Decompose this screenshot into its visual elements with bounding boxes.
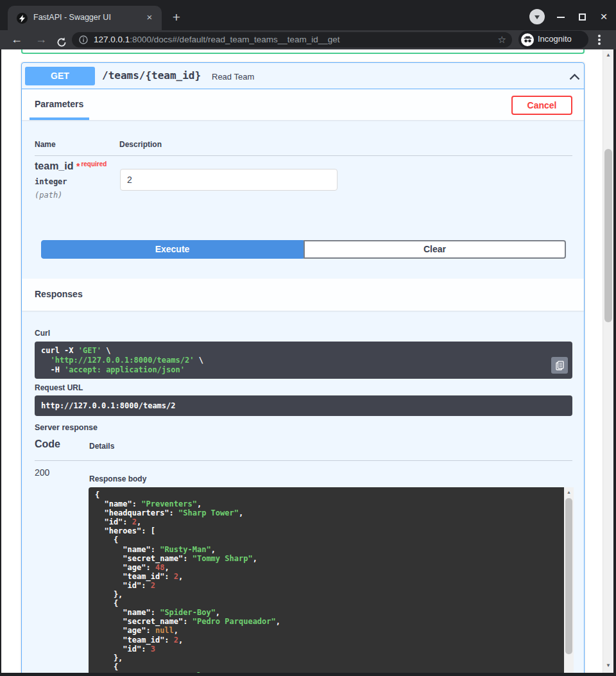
maximize-button[interactable] <box>579 13 586 21</box>
response-body-label: Response body <box>89 474 146 483</box>
minimize-button[interactable] <box>557 17 565 18</box>
execute-button[interactable]: Execute <box>41 240 304 259</box>
curl-label: Curl <box>35 329 50 338</box>
column-header-name: Name <box>35 140 56 149</box>
response-body-block: { "name": "Preventers", "headquarters": … <box>89 487 574 673</box>
response-body-scrollbar[interactable]: ▲ <box>564 487 574 673</box>
collapse-chevron-icon[interactable] <box>569 71 580 83</box>
status-code: 200 <box>35 467 49 478</box>
copy-to-clipboard-button[interactable] <box>551 357 568 374</box>
close-window-button[interactable]: × <box>597 10 611 24</box>
fastapi-favicon-icon <box>17 13 28 24</box>
browser-menu-icon[interactable] <box>598 35 601 37</box>
address-bar[interactable]: 127.0.0.1:8000/docs#/default/read_team_t… <box>72 32 512 48</box>
page-scrollbar-thumb[interactable] <box>604 149 612 322</box>
page-scrollbar[interactable]: ▲ ▼ <box>603 49 613 673</box>
table-divider <box>35 155 572 156</box>
response-body-json: { "name": "Preventers", "headquarters": … <box>89 487 564 673</box>
scroll-up-icon[interactable]: ▲ <box>564 487 574 497</box>
param-location: (path) <box>35 191 62 200</box>
column-header-description: Description <box>119 140 162 149</box>
get-endpoint-block: GET /teams/{team_id} Read Team Parameter… <box>21 62 585 673</box>
request-url-label: Request URL <box>35 383 83 392</box>
team-id-input[interactable] <box>120 169 338 191</box>
required-label: required <box>81 160 107 168</box>
browser-toolbar: ← → 127.0.0.1:8000/docs#/default/read_te… <box>0 30 616 49</box>
tab-close-icon[interactable]: × <box>144 12 155 23</box>
tab-bar: FastAPI - Swagger UI × + × <box>0 0 616 30</box>
responses-section-header: Responses <box>22 279 584 311</box>
endpoint-summary-text: Read Team <box>212 72 254 82</box>
url-host: 127.0.0.1 <box>94 35 130 44</box>
endpoint-path: /teams/{team_id} <box>102 69 201 82</box>
details-column-header: Details <box>89 442 114 451</box>
incognito-icon <box>521 33 534 46</box>
bookmark-star-icon[interactable]: ☆ <box>498 34 506 46</box>
code-column-header: Code <box>35 438 60 450</box>
previous-endpoint-block-edge <box>21 49 585 54</box>
url-path: :8000/docs#/default/read_team_teams__tea… <box>130 35 339 44</box>
active-tab-underline <box>30 117 89 120</box>
url-text: 127.0.0.1:8000/docs#/default/read_team_t… <box>94 35 340 44</box>
required-star: * <box>76 161 80 171</box>
page-scroll-down-icon[interactable]: ▼ <box>603 661 613 670</box>
server-response-label: Server response <box>35 423 98 432</box>
response-table-divider <box>35 460 572 461</box>
new-tab-button[interactable]: + <box>168 10 185 26</box>
forward-button[interactable]: → <box>33 30 49 49</box>
param-name: team_id *required <box>35 160 107 172</box>
endpoint-summary-row[interactable]: GET /teams/{team_id} Read Team <box>22 63 584 89</box>
response-scrollbar-thumb[interactable] <box>565 498 572 654</box>
browser-window: FastAPI - Swagger UI × + × ← → 127.0.0.1… <box>0 0 616 676</box>
incognito-label: Incognito <box>538 34 572 44</box>
http-method-badge: GET <box>25 67 95 85</box>
tab-parameters[interactable]: Parameters <box>35 99 83 109</box>
curl-command: curl -X 'GET' \ 'http://127.0.0.1:8000/t… <box>35 342 210 379</box>
clear-button[interactable]: Clear <box>304 240 566 259</box>
incognito-badge: Incognito <box>518 31 588 48</box>
page-scroll-up-icon[interactable]: ▲ <box>603 51 613 60</box>
param-type: integer <box>35 177 67 186</box>
tab-title: FastAPI - Swagger UI <box>33 13 111 22</box>
page-info-icon[interactable] <box>79 35 88 47</box>
browser-tab[interactable]: FastAPI - Swagger UI × <box>8 6 162 30</box>
tab-search-button[interactable] <box>529 9 545 24</box>
back-button[interactable]: ← <box>9 30 24 49</box>
chevron-down-icon <box>535 15 540 19</box>
swagger-page: GET /teams/{team_id} Read Team Parameter… <box>1 49 613 673</box>
responses-title: Responses <box>35 289 83 299</box>
curl-block: curl -X 'GET' \ 'http://127.0.0.1:8000/t… <box>35 342 572 379</box>
cancel-button[interactable]: Cancel <box>511 96 572 115</box>
request-url-value: http://127.0.0.1:8000/teams/2 <box>35 395 572 416</box>
parameters-section-header: Parameters Cancel <box>22 89 584 120</box>
